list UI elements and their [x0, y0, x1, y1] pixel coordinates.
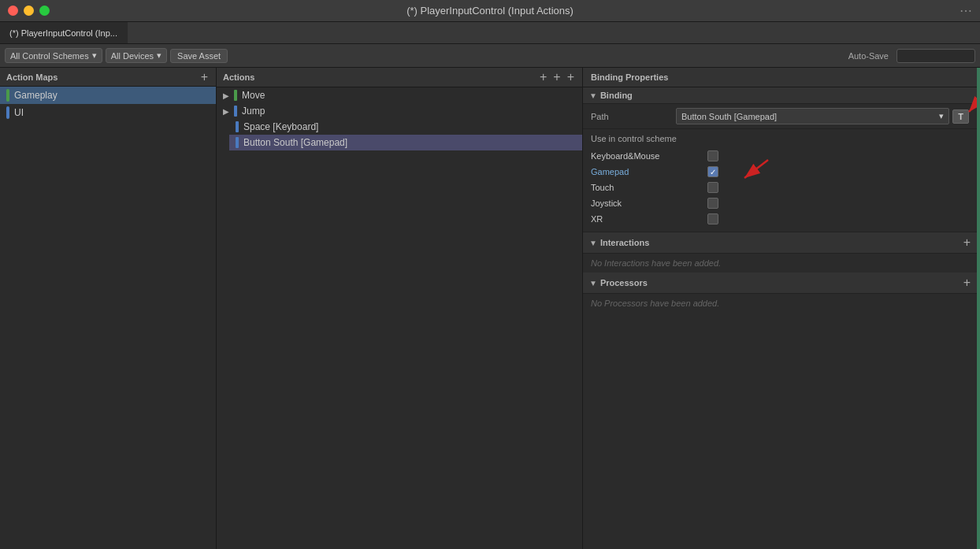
jump-color-bar [234, 106, 237, 117]
action-jump[interactable]: ▶ Jump [217, 103, 582, 119]
processors-section-header[interactable]: ▼ Processors + [583, 273, 977, 294]
maximize-button[interactable] [39, 6, 50, 16]
action-map-gameplay[interactable]: Gameplay [0, 87, 216, 104]
devices-dropdown[interactable]: All Devices ▾ [106, 48, 167, 63]
binding-space-keyboard[interactable]: Space [Keyboard] [229, 119, 582, 135]
binding-section-header[interactable]: ▼ Binding [583, 87, 977, 104]
add-binding-button[interactable]: + [551, 71, 562, 83]
tab-playerinput[interactable]: (*) PlayerInputControl (Inp... [0, 22, 128, 43]
add-processor-button[interactable]: + [963, 276, 971, 290]
autosave-label: Auto-Save [844, 51, 893, 61]
actions-header-buttons: + + + [538, 71, 576, 83]
window-title: (*) PlayerInputControl (Input Actions) [406, 5, 574, 17]
control-schemes-dropdown[interactable]: All Control Schemes ▾ [5, 48, 102, 63]
path-row: Path Button South [Gamepad] ▾ T [583, 104, 977, 129]
checkbox-joystick[interactable] [707, 198, 718, 209]
binding-button-south-gamepad[interactable]: Button South [Gamepad] [229, 135, 582, 150]
close-button[interactable] [8, 6, 18, 16]
add-binding-alt-button[interactable]: + [566, 71, 576, 83]
processors-triangle: ▼ [589, 279, 597, 287]
scheme-gamepad[interactable]: Gamepad [591, 164, 969, 180]
tab-bar: (*) PlayerInputControl (Inp... [0, 22, 980, 44]
expand-icon: ▶ [223, 107, 229, 116]
binding-properties-header: Binding Properties [583, 68, 977, 87]
action-maps-header: Action Maps + [0, 68, 216, 87]
add-interaction-button[interactable]: + [963, 236, 971, 250]
checkbox-gamepad[interactable] [707, 166, 718, 177]
more-options-icon[interactable]: ⋯ [960, 3, 972, 18]
interactions-triangle: ▼ [589, 239, 597, 247]
window-controls[interactable] [8, 6, 50, 16]
titlebar: (*) PlayerInputControl (Input Actions) ⋯ [0, 0, 980, 22]
chevron-down-icon: ▾ [92, 50, 97, 61]
minimize-button[interactable] [24, 6, 34, 16]
actions-header: Actions + + + [217, 68, 582, 87]
no-interactions-text: No Interactions have been added. [583, 254, 977, 273]
path-container: Button South [Gamepad] ▾ T [676, 108, 969, 124]
binding-section-triangle: ▼ [589, 91, 597, 100]
checkbox-touch[interactable] [707, 182, 718, 193]
path-dropdown[interactable]: Button South [Gamepad] ▾ [676, 108, 949, 124]
action-move[interactable]: ▶ Move [217, 87, 582, 103]
main-content: Action Maps + Gameplay UI Actions + + + … [0, 68, 980, 549]
interactions-section-header[interactable]: ▼ Interactions + [583, 232, 977, 254]
space-keyboard-color-bar [236, 121, 239, 132]
ui-color-indicator [6, 106, 9, 119]
gameplay-color-indicator [6, 89, 9, 102]
chevron-down-icon: ▾ [157, 50, 161, 61]
save-asset-button[interactable]: Save Asset [170, 49, 228, 63]
move-color-bar [234, 90, 237, 101]
actions-panel: Actions + + + ▶ Move ▶ Jump Space [Keybo… [217, 68, 583, 549]
scheme-xr[interactable]: XR [591, 211, 969, 227]
checkbox-xr[interactable] [707, 213, 718, 224]
toolbar: All Control Schemes ▾ All Devices ▾ Save… [0, 44, 980, 68]
expand-icon: ▶ [223, 91, 229, 100]
scheme-keyboard-mouse[interactable]: Keyboard&Mouse [591, 148, 969, 164]
add-action-button[interactable]: + [538, 71, 548, 83]
no-processors-text: No Processors have been added. [583, 294, 977, 313]
action-maps-panel: Action Maps + Gameplay UI [0, 68, 217, 549]
chevron-down-icon: ▾ [939, 111, 944, 121]
t-button[interactable]: T [952, 109, 969, 124]
scheme-touch[interactable]: Touch [591, 180, 969, 195]
scheme-joystick[interactable]: Joystick [591, 195, 969, 211]
search-input[interactable] [896, 49, 975, 63]
action-map-ui[interactable]: UI [0, 104, 216, 121]
add-action-map-button[interactable]: + [199, 71, 210, 83]
use-in-control-scheme-section: Use in control scheme Keyboard&Mouse Gam… [583, 129, 977, 232]
binding-panel: Binding Properties ▼ Binding Path Button… [583, 68, 977, 549]
checkbox-keyboard-mouse[interactable] [707, 150, 718, 161]
button-south-color-bar [236, 137, 239, 148]
right-edge-handle [977, 68, 980, 549]
